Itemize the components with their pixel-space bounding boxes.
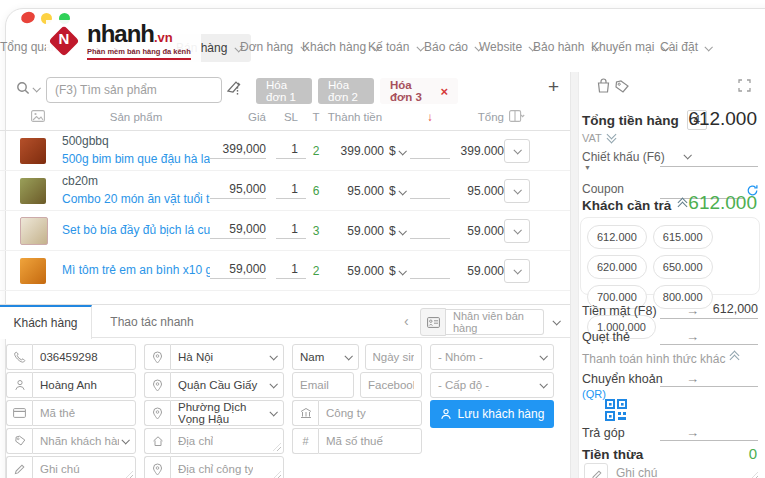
invoice-tab-1[interactable]: Hóa đơn 1 bbox=[256, 78, 312, 104]
add-invoice-tab-button[interactable]: + bbox=[548, 76, 559, 98]
nav-item-settings[interactable]: Cài đặt bbox=[660, 40, 711, 54]
column-settings-icon[interactable] bbox=[504, 110, 530, 124]
address-field[interactable]: Địa chỉ bbox=[144, 428, 284, 454]
stock-count: 6 bbox=[306, 184, 326, 198]
sort-descending-icon[interactable]: ↓ bbox=[410, 111, 450, 123]
discount-type-select[interactable]: $ bbox=[384, 264, 410, 278]
transfer-amount-input[interactable] bbox=[660, 370, 758, 387]
member-card-field[interactable]: Mã thẻ bbox=[6, 400, 136, 426]
invoice-note-input[interactable]: Ghi chú bbox=[616, 466, 657, 478]
customer-name-field[interactable]: Hoàng Anh bbox=[6, 372, 136, 398]
discount-dropdown-icon[interactable]: ▼ bbox=[584, 164, 591, 171]
product-name-link[interactable]: Combo 20 món ăn vặt tuổi thơ bim bim cay… bbox=[62, 191, 210, 208]
price-input[interactable]: 95,000 bbox=[210, 182, 266, 199]
facebook-field[interactable]: Facebook bbox=[360, 372, 422, 398]
person-icon bbox=[6, 372, 32, 398]
bank-transfer-label: Chuyển khoản bbox=[582, 372, 663, 386]
installment-amount-input[interactable] bbox=[660, 424, 758, 441]
quick-amount-button[interactable]: 615.000 bbox=[653, 225, 713, 249]
price-input[interactable]: 399,000 bbox=[210, 142, 266, 159]
row-options-button[interactable] bbox=[504, 259, 530, 283]
product-name-link[interactable]: Mì tôm trẻ em an bình x10 gói 20g bbox=[62, 262, 210, 279]
chevron-down-icon bbox=[398, 227, 406, 235]
chevron-down-icon bbox=[539, 380, 547, 388]
discount-type-select[interactable]: $ bbox=[384, 144, 410, 158]
resize-handle[interactable] bbox=[125, 471, 133, 478]
discount-amount-input[interactable] bbox=[660, 150, 758, 167]
nav-item-website[interactable]: Website bbox=[479, 40, 535, 54]
nav-item-warranty[interactable]: Bảo hành bbox=[533, 40, 598, 54]
discount-input[interactable] bbox=[410, 142, 450, 159]
qty-input[interactable]: 1 bbox=[276, 262, 306, 279]
save-customer-button[interactable]: Lưu khách hàng bbox=[430, 400, 554, 428]
tab-quick-actions[interactable]: Thao tác nhanh bbox=[93, 305, 211, 339]
discount-input[interactable] bbox=[410, 222, 450, 239]
phone-field[interactable]: 036459298 bbox=[6, 344, 136, 370]
qty-input[interactable]: 1 bbox=[276, 222, 306, 239]
row-options-button[interactable] bbox=[504, 139, 530, 163]
stock-count: 2 bbox=[306, 144, 326, 158]
staff-input[interactable]: Nhân viên bán hàng bbox=[446, 309, 544, 335]
level-select[interactable]: - Cấp độ - bbox=[430, 372, 554, 398]
group-select[interactable]: - Nhóm - bbox=[430, 344, 554, 370]
tax-code-field[interactable]: # Mã số thuế bbox=[292, 428, 422, 454]
product-search-input[interactable]: (F3) Tìm sản phẩm bbox=[46, 77, 222, 103]
email-field[interactable]: Email bbox=[292, 372, 354, 398]
quick-amount-button[interactable]: 612.000 bbox=[587, 225, 647, 249]
chevron-down-icon bbox=[398, 147, 406, 155]
nav-item-reports[interactable]: Báo cáo bbox=[424, 40, 481, 54]
vat-toggle[interactable]: VAT bbox=[582, 132, 615, 144]
qr-code-icon[interactable] bbox=[604, 398, 628, 426]
price-input[interactable]: 59,000 bbox=[210, 262, 266, 279]
city-select[interactable]: Hà Nội bbox=[144, 344, 284, 370]
product-thumbnail bbox=[20, 217, 48, 245]
nav-item-orders[interactable]: Đơn hàng bbox=[240, 40, 307, 54]
row-options-button[interactable] bbox=[504, 179, 530, 203]
birthday-field[interactable]: Ngày sinh bbox=[365, 344, 423, 370]
discount-input[interactable] bbox=[410, 182, 450, 199]
nav-item-promotions[interactable]: Khuyến mại bbox=[591, 40, 668, 54]
resize-handle[interactable] bbox=[273, 443, 281, 451]
brand-logo[interactable]: N nhanh.vn Phần mềm bán hàng đa kênh bbox=[46, 20, 201, 64]
district-select[interactable]: Quận Cầu Giấy bbox=[144, 372, 284, 398]
customer-label-select[interactable]: Nhãn khách hàng bbox=[6, 428, 136, 454]
quick-amount-button[interactable]: 620.000 bbox=[587, 255, 647, 279]
resize-handle[interactable] bbox=[273, 471, 281, 478]
row-options-button[interactable] bbox=[504, 219, 530, 243]
bank-transfer-qr-link[interactable]: (QR) bbox=[582, 388, 606, 400]
close-tab-icon[interactable]: × bbox=[440, 84, 448, 99]
product-name-link[interactable]: Set bò bía đầy đủ bịch lá cuốn loại to bbox=[62, 222, 210, 239]
qty-input[interactable]: 1 bbox=[276, 142, 306, 159]
search-icon[interactable] bbox=[16, 81, 30, 99]
company-address-field[interactable]: Địa chỉ công ty bbox=[144, 456, 284, 478]
barcode-scanner-icon[interactable] bbox=[226, 79, 242, 101]
invoice-tab-3-active[interactable]: Hóa đơn 3× bbox=[380, 78, 458, 104]
collapse-panel-chevron[interactable]: ‹ bbox=[404, 313, 409, 329]
quick-amount-button[interactable]: 650.000 bbox=[653, 255, 713, 279]
gender-select[interactable]: Nam bbox=[292, 344, 359, 370]
discount-type-select[interactable]: $ bbox=[384, 184, 410, 198]
brand-logo-icon: N bbox=[48, 25, 80, 57]
tab-customer[interactable]: Khách hàng bbox=[0, 305, 92, 339]
shopping-bag-icon[interactable] bbox=[596, 78, 611, 98]
location-pin-icon bbox=[144, 456, 170, 478]
customer-form: 036459298 Hà Nội Nam Ngày sinh - Nhóm - … bbox=[6, 344, 554, 478]
company-field[interactable]: Công ty bbox=[292, 400, 422, 426]
discount-type-select[interactable]: $ bbox=[384, 224, 410, 238]
invoice-tab-2[interactable]: Hóa đơn 2 bbox=[318, 78, 374, 104]
product-name-link[interactable]: 500g bim bim que đậu hà lan, bim bim tăm… bbox=[62, 151, 210, 168]
customer-note-field[interactable]: Ghi chú bbox=[6, 456, 136, 478]
discount-input[interactable] bbox=[410, 262, 450, 279]
hash-icon: # bbox=[292, 428, 318, 454]
cash-amount-input[interactable]: 612,000 bbox=[660, 302, 758, 319]
line-amount: 95.000 bbox=[326, 184, 384, 198]
qty-input[interactable]: 1 bbox=[276, 182, 306, 199]
nav-item-accounting[interactable]: Kế toán bbox=[368, 40, 423, 54]
ward-select[interactable]: Phường Dịch Vọng Hậu bbox=[144, 400, 284, 426]
price-tag-icon[interactable] bbox=[614, 79, 630, 98]
other-methods-toggle[interactable]: Thanh toán hình thức khác bbox=[582, 352, 738, 366]
fullscreen-icon[interactable] bbox=[738, 78, 751, 96]
card-amount-input[interactable] bbox=[660, 328, 758, 345]
amount-due-toggle[interactable]: Khách cần trả bbox=[582, 198, 686, 213]
price-input[interactable]: 59,000 bbox=[210, 222, 266, 239]
